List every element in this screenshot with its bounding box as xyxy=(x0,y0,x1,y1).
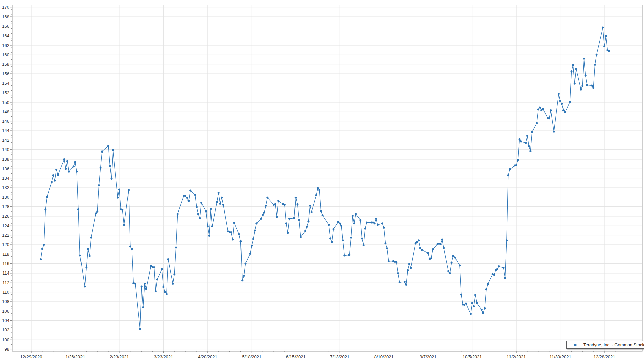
data-point-marker[interactable] xyxy=(255,222,257,224)
data-point-marker[interactable] xyxy=(199,217,201,219)
data-point-marker[interactable] xyxy=(221,197,223,199)
data-point-marker[interactable] xyxy=(208,235,210,237)
data-point-marker[interactable] xyxy=(240,240,242,242)
data-point-marker[interactable] xyxy=(109,165,111,167)
data-point-marker[interactable] xyxy=(95,213,97,215)
data-point-marker[interactable] xyxy=(249,253,251,255)
data-point-marker[interactable] xyxy=(65,168,67,170)
data-point-marker[interactable] xyxy=(52,174,54,176)
data-point-marker[interactable] xyxy=(482,312,484,314)
data-point-marker[interactable] xyxy=(363,244,365,246)
data-point-marker[interactable] xyxy=(89,255,91,257)
data-point-marker[interactable] xyxy=(222,204,224,206)
data-point-marker[interactable] xyxy=(276,216,278,218)
data-point-marker[interactable] xyxy=(43,244,45,246)
data-point-marker[interactable] xyxy=(447,270,449,272)
data-point-marker[interactable] xyxy=(111,178,113,180)
data-point-marker[interactable] xyxy=(525,142,527,144)
data-point-marker[interactable] xyxy=(520,141,522,143)
data-point-marker[interactable] xyxy=(320,210,322,212)
data-point-marker[interactable] xyxy=(519,138,521,140)
data-point-marker[interactable] xyxy=(572,64,574,66)
data-point-marker[interactable] xyxy=(558,93,560,95)
data-point-marker[interactable] xyxy=(210,208,212,210)
data-point-marker[interactable] xyxy=(484,307,486,309)
data-point-marker[interactable] xyxy=(141,286,143,288)
data-point-marker[interactable] xyxy=(592,87,594,89)
data-point-marker[interactable] xyxy=(528,145,530,147)
data-point-marker[interactable] xyxy=(386,247,388,249)
data-point-marker[interactable] xyxy=(172,283,174,285)
data-point-marker[interactable] xyxy=(395,261,397,263)
data-point-marker[interactable] xyxy=(596,54,598,56)
data-point-marker[interactable] xyxy=(407,269,409,271)
price-chart-canvas[interactable]: 9810010210410610811011211411611812012212… xyxy=(0,0,644,362)
data-point-marker[interactable] xyxy=(517,159,519,161)
data-point-marker[interactable] xyxy=(164,291,166,293)
data-point-marker[interactable] xyxy=(594,64,596,66)
data-point-marker[interactable] xyxy=(569,101,571,103)
data-point-marker[interactable] xyxy=(537,108,539,110)
data-point-marker[interactable] xyxy=(328,224,330,226)
data-point-marker[interactable] xyxy=(177,213,179,215)
data-point-marker[interactable] xyxy=(46,196,48,198)
data-point-marker[interactable] xyxy=(63,158,65,160)
data-point-marker[interactable] xyxy=(536,122,538,124)
data-point-marker[interactable] xyxy=(252,238,254,240)
data-point-marker[interactable] xyxy=(559,100,561,102)
data-point-marker[interactable] xyxy=(364,228,366,230)
data-point-marker[interactable] xyxy=(381,222,383,224)
data-point-marker[interactable] xyxy=(339,222,341,224)
data-point-marker[interactable] xyxy=(421,249,423,251)
data-point-marker[interactable] xyxy=(343,255,345,257)
data-point-marker[interactable] xyxy=(602,27,604,29)
data-point-marker[interactable] xyxy=(315,194,317,196)
data-point-marker[interactable] xyxy=(383,227,385,229)
data-point-marker[interactable] xyxy=(233,222,235,224)
data-point-marker[interactable] xyxy=(388,260,390,262)
data-point-marker[interactable] xyxy=(153,266,155,268)
data-point-marker[interactable] xyxy=(197,213,199,215)
data-point-marker[interactable] xyxy=(230,231,232,233)
data-point-marker[interactable] xyxy=(241,279,243,281)
data-point-marker[interactable] xyxy=(265,205,267,207)
data-point-marker[interactable] xyxy=(260,218,262,220)
data-point-marker[interactable] xyxy=(219,203,221,205)
data-point-marker[interactable] xyxy=(251,245,253,247)
data-point-marker[interactable] xyxy=(98,184,100,186)
data-point-marker[interactable] xyxy=(100,167,102,169)
data-point-marker[interactable] xyxy=(51,181,53,183)
data-point-marker[interactable] xyxy=(416,241,418,243)
data-point-marker[interactable] xyxy=(471,302,473,304)
data-point-marker[interactable] xyxy=(355,213,357,215)
data-point-marker[interactable] xyxy=(529,150,531,152)
data-point-marker[interactable] xyxy=(419,247,421,249)
data-point-marker[interactable] xyxy=(263,212,265,214)
data-point-marker[interactable] xyxy=(506,239,508,241)
data-point-marker[interactable] xyxy=(509,168,511,170)
data-point-marker[interactable] xyxy=(384,242,386,244)
data-point-marker[interactable] xyxy=(262,214,264,216)
data-point-marker[interactable] xyxy=(285,222,287,224)
data-point-marker[interactable] xyxy=(266,197,268,199)
data-point-marker[interactable] xyxy=(451,262,453,264)
data-point-marker[interactable] xyxy=(322,214,324,216)
data-point-marker[interactable] xyxy=(542,108,544,110)
data-point-marker[interactable] xyxy=(410,267,412,269)
data-point-marker[interactable] xyxy=(496,268,498,270)
data-point-marker[interactable] xyxy=(539,107,541,109)
data-point-marker[interactable] xyxy=(155,290,157,292)
data-point-marker[interactable] xyxy=(463,304,465,306)
data-point-marker[interactable] xyxy=(561,103,563,105)
data-point-marker[interactable] xyxy=(432,248,434,250)
data-point-marker[interactable] xyxy=(366,221,368,223)
data-point-marker[interactable] xyxy=(295,197,297,199)
data-point-marker[interactable] xyxy=(503,267,505,269)
data-point-marker[interactable] xyxy=(194,194,196,196)
data-point-marker[interactable] xyxy=(287,232,289,234)
data-point-marker[interactable] xyxy=(57,174,59,176)
data-point-marker[interactable] xyxy=(74,161,76,163)
data-point-marker[interactable] xyxy=(331,241,333,243)
data-point-marker[interactable] xyxy=(348,254,350,256)
data-point-marker[interactable] xyxy=(427,252,429,254)
